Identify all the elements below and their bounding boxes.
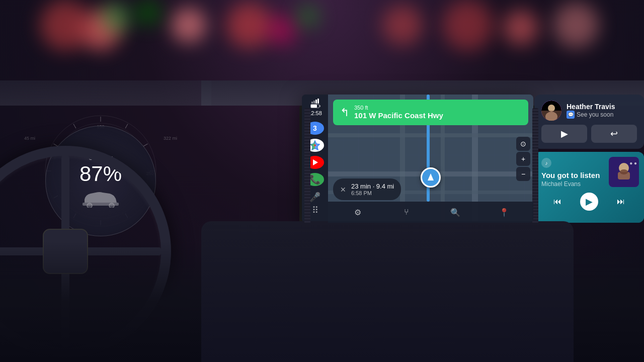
zoom-out-btn[interactable]: − (516, 167, 530, 181)
nav-street: 101 W Pacific Coast Hwy (354, 111, 443, 120)
nav-info: 350 ft 101 W Pacific Coast Hwy (354, 105, 443, 120)
map-view[interactable]: ↰ 350 ft 101 W Pacific Coast Hwy ✕ 23 mi… (328, 95, 533, 223)
prev-track-btn[interactable]: ⏮ (548, 193, 567, 211)
play-pause-btn[interactable]: ▶ (580, 193, 598, 211)
maps-svg (309, 140, 320, 151)
bokeh-light-7 (443, 0, 493, 50)
svg-line-4 (143, 144, 148, 146)
turn-arrow-icon: ↰ (340, 106, 349, 119)
music-header: ♪ ● ● (541, 158, 637, 168)
infotainment-screen: 12:58 3 📞 🎤 ⠿ (302, 95, 533, 223)
message-header: Heather Travis 💬 See you soon (541, 101, 637, 121)
range-high: 322 mi (164, 136, 177, 141)
music-controls: ⏮ ▶ ⏭ (541, 193, 637, 211)
music-title: You got to listen (541, 171, 637, 179)
svg-point-23 (548, 105, 555, 112)
avatar-svg (541, 101, 561, 121)
signal-bar-3 (315, 100, 317, 104)
next-track-btn[interactable]: ⏭ (612, 193, 630, 211)
road-horizontal-1 (328, 133, 533, 137)
play-message-btn[interactable]: ▶ (541, 125, 587, 143)
sender-name: Heather Travis (567, 103, 637, 111)
bokeh-light-green3 (297, 5, 319, 28)
message-actions: ▶ ↩ (541, 125, 637, 143)
settings-btn[interactable]: ⚙ (350, 204, 366, 220)
eta-card: ✕ 23 min · 9.4 mi 6:58 PM (333, 178, 401, 200)
location-btn[interactable]: ⊙ (516, 137, 530, 151)
signal-bar-4 (317, 99, 319, 104)
search-btn[interactable]: 🔍 (447, 204, 463, 220)
map-controls: ⊙ + − (516, 137, 530, 181)
svg-line-3 (125, 124, 128, 128)
music-artist: Michael Evans (541, 180, 637, 188)
map-toolbar: ⚙ ⑂ 🔍 📍 (328, 202, 533, 223)
arrow-shape (428, 173, 434, 180)
center-console (201, 221, 574, 362)
nav-distance: 350 ft (354, 105, 443, 111)
contact-avatar (541, 101, 561, 121)
eta-info: 23 min · 9.4 mi 6:58 PM (351, 183, 394, 196)
routes-btn[interactable]: ⑂ (398, 204, 415, 220)
message-info: Heather Travis 💬 See you soon (567, 103, 637, 119)
svg-line-13 (73, 124, 76, 128)
battery-indicator (310, 104, 319, 108)
bokeh-light-5 (267, 15, 297, 45)
pin-btn[interactable]: 📍 (496, 204, 512, 220)
current-location-arrow (421, 167, 441, 188)
zoom-in-btn[interactable]: + (516, 152, 530, 166)
bokeh-light-8 (503, 10, 538, 45)
battery-tip (319, 105, 320, 107)
eta-time: 23 min · 9.4 mi (351, 183, 394, 190)
bokeh-light-4 (226, 3, 272, 48)
reply-message-btn[interactable]: ↩ (591, 125, 637, 143)
music-card: ♪ ● ● You got to listen Michael Evans ⏮ … (534, 152, 644, 223)
message-icon-row: 💬 See you soon (567, 111, 637, 119)
battery-fill (311, 105, 317, 108)
apps-grid-icon[interactable]: ⠿ (312, 205, 318, 216)
range-low: 45 mi (24, 136, 35, 141)
bokeh-light-6 (382, 5, 423, 45)
music-status-dots: ● ● (629, 160, 637, 166)
navigation-banner: ↰ 350 ft 101 W Pacific Coast Hwy (333, 100, 528, 125)
music-app-dot: ♪ (541, 158, 551, 168)
svg-rect-25 (541, 111, 561, 121)
signal-bar-2 (313, 101, 315, 104)
signal-bar-1 (311, 102, 313, 104)
play-triangle (313, 159, 318, 165)
speaker-grille-left (304, 108, 310, 224)
eta-arrival: 6:58 PM (351, 190, 394, 196)
message-card: Heather Travis 💬 See you soon ▶ ↩ (534, 95, 644, 149)
eta-close-btn[interactable]: ✕ (340, 186, 346, 194)
signal-bars (311, 99, 319, 104)
right-panel: Heather Travis 💬 See you soon ▶ ↩ (534, 95, 644, 223)
svg-point-21 (314, 144, 316, 146)
message-preview: See you soon (577, 111, 613, 118)
message-app-icon: 💬 (567, 111, 575, 119)
bokeh-light-9 (553, 3, 599, 48)
